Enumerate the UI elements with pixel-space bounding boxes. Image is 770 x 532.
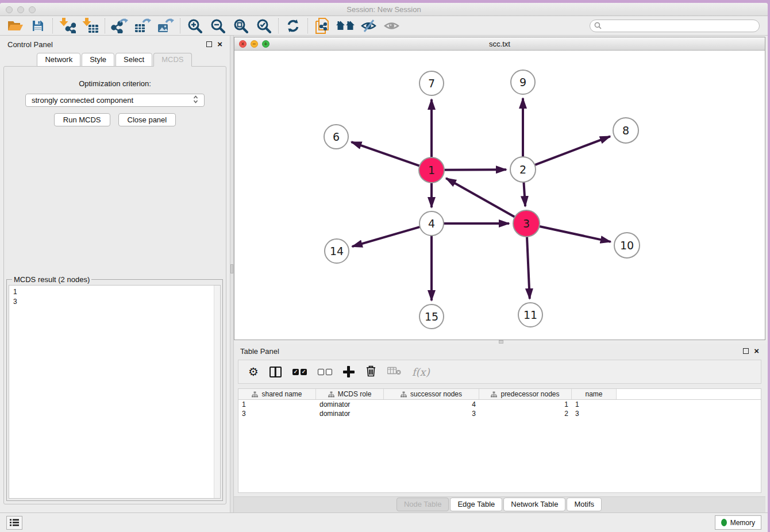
- task-history-button[interactable]: [6, 516, 22, 530]
- column-header-successor-nodes[interactable]: successor nodes: [384, 389, 479, 399]
- network-minimize-button[interactable]: −: [251, 40, 258, 48]
- zoom-selected-button[interactable]: [252, 17, 275, 34]
- window-traffic-lights[interactable]: [6, 6, 36, 13]
- zoom-selected-icon: [256, 18, 271, 33]
- network-canvas[interactable]: 7968124314101511: [234, 51, 765, 340]
- column-header-predecessor-nodes[interactable]: predecessor nodes: [479, 389, 572, 399]
- network-window-titlebar: × − + scc.txt: [234, 37, 765, 51]
- tab-network-table[interactable]: Network Table: [503, 498, 565, 511]
- export-network-button[interactable]: [108, 17, 131, 34]
- toolbar-separator: [180, 18, 180, 33]
- tab-network[interactable]: Network: [37, 53, 80, 67]
- graph-edge-2-8[interactable]: [534, 136, 610, 165]
- eye-slash-button[interactable]: [357, 17, 380, 34]
- zoom-in-button[interactable]: [183, 17, 206, 34]
- tab-motifs[interactable]: Motifs: [567, 498, 602, 511]
- export-image-button[interactable]: [154, 17, 177, 34]
- graph-edge-1-6[interactable]: [351, 142, 421, 166]
- app-window: Session: New Session: [0, 3, 768, 532]
- graph-edge-3-11[interactable]: [527, 236, 530, 299]
- node-table[interactable]: shared name MCDS role successor nodes: [238, 388, 761, 493]
- import-network-button[interactable]: [56, 17, 79, 34]
- tab-select[interactable]: Select: [116, 53, 152, 67]
- trash-icon[interactable]: [365, 365, 376, 379]
- table-row[interactable]: 1 dominator 4 1 1: [238, 400, 761, 409]
- tab-style[interactable]: Style: [82, 53, 114, 67]
- deselect-all-columns-icon[interactable]: [318, 369, 332, 375]
- table-panel-header: Table Panel ×: [234, 344, 765, 358]
- import-table-button[interactable]: [79, 17, 102, 34]
- graph-edge-3-10[interactable]: [538, 226, 611, 241]
- search-field[interactable]: [590, 20, 760, 32]
- column-header-mcds-role[interactable]: MCDS role: [316, 389, 384, 399]
- minimize-window-button[interactable]: [17, 6, 24, 13]
- close-panel-icon[interactable]: ×: [217, 41, 222, 47]
- run-mcds-button[interactable]: Run MCDS: [54, 113, 110, 126]
- houses-button[interactable]: [334, 17, 357, 34]
- graph-edge-1-2[interactable]: [443, 169, 506, 170]
- mcds-result-list[interactable]: 1 3: [9, 285, 221, 499]
- panel-divider[interactable]: [230, 36, 234, 512]
- hierarchy-icon: [401, 391, 407, 398]
- table-panel: Table Panel × ⚙ ✓✓: [234, 344, 768, 512]
- gear-icon[interactable]: ⚙: [248, 366, 259, 377]
- network-view-window: × − + scc.txt 7968124314101511: [234, 37, 765, 340]
- table-row[interactable]: 3 dominator 3 2 3: [238, 409, 761, 418]
- close-panel-button[interactable]: Close panel: [118, 113, 176, 126]
- hierarchy-icon: [252, 391, 258, 398]
- graph-edge-3-1[interactable]: [446, 178, 515, 217]
- zoom-window-button[interactable]: [29, 6, 36, 13]
- import-network-icon: [59, 18, 76, 33]
- close-window-button[interactable]: [6, 6, 13, 13]
- result-item: 3: [13, 297, 216, 307]
- float-panel-icon[interactable]: [206, 41, 212, 47]
- search-icon: [594, 22, 602, 29]
- network-graph[interactable]: 7968124314101511: [234, 51, 765, 340]
- float-table-panel-icon[interactable]: [743, 348, 749, 354]
- list-icon: [10, 519, 19, 526]
- network-zoom-button[interactable]: +: [262, 40, 270, 48]
- mcds-result-group: MCDS result (2 nodes) 1 3: [6, 279, 223, 501]
- network-window-title: scc.txt: [489, 40, 510, 48]
- zoom-in-icon: [187, 18, 202, 33]
- window-title: Session: New Session: [346, 5, 421, 14]
- tab-mcds[interactable]: MCDS: [153, 53, 191, 67]
- divider-handle[interactable]: [230, 264, 233, 273]
- search-input[interactable]: [605, 22, 755, 30]
- zoom-fit-button[interactable]: [229, 17, 252, 34]
- graph-edge-2-3[interactable]: [523, 181, 525, 206]
- select-all-columns-icon[interactable]: ✓✓: [292, 369, 307, 375]
- result-item: 1: [13, 287, 216, 297]
- graph-node-label-7: 7: [428, 77, 435, 90]
- tab-edge-table[interactable]: Edge Table: [450, 498, 502, 511]
- save-session-button[interactable]: [26, 17, 49, 34]
- refresh-network-button[interactable]: [282, 17, 305, 34]
- eye-icon: [384, 20, 399, 32]
- graph-edge-4-14[interactable]: [352, 226, 421, 246]
- memory-button[interactable]: Memory: [715, 515, 761, 530]
- hierarchy-icon: [328, 391, 334, 398]
- network-close-button[interactable]: ×: [239, 40, 247, 48]
- eye-button[interactable]: [380, 17, 403, 34]
- control-panel: Control Panel × Network Style Select MCD…: [0, 36, 230, 512]
- mcds-panel: Optimization criterion: strongly connect…: [3, 66, 226, 504]
- column-header-name[interactable]: name: [572, 389, 617, 399]
- graph-node-label-2: 2: [519, 163, 526, 176]
- add-column-icon[interactable]: [343, 366, 355, 377]
- export-table-button[interactable]: [131, 17, 154, 34]
- network-from-document-button[interactable]: [311, 17, 334, 34]
- main-toolbar: [0, 16, 768, 36]
- tab-node-table[interactable]: Node Table: [396, 498, 449, 511]
- table-panel-title: Table Panel: [240, 347, 279, 356]
- open-session-button[interactable]: [3, 17, 26, 34]
- close-table-panel-icon[interactable]: ×: [754, 348, 759, 354]
- refresh-icon: [286, 19, 300, 33]
- import-table-icon: [82, 18, 99, 33]
- column-header-shared-name[interactable]: shared name: [238, 389, 316, 399]
- graph-node-label-9: 9: [519, 76, 526, 88]
- zoom-out-button[interactable]: [206, 17, 229, 34]
- split-pane-icon[interactable]: [270, 367, 282, 377]
- result-scrollbar[interactable]: [214, 286, 220, 498]
- export-image-icon: [157, 18, 174, 33]
- criterion-select[interactable]: strongly connected component: [25, 94, 205, 107]
